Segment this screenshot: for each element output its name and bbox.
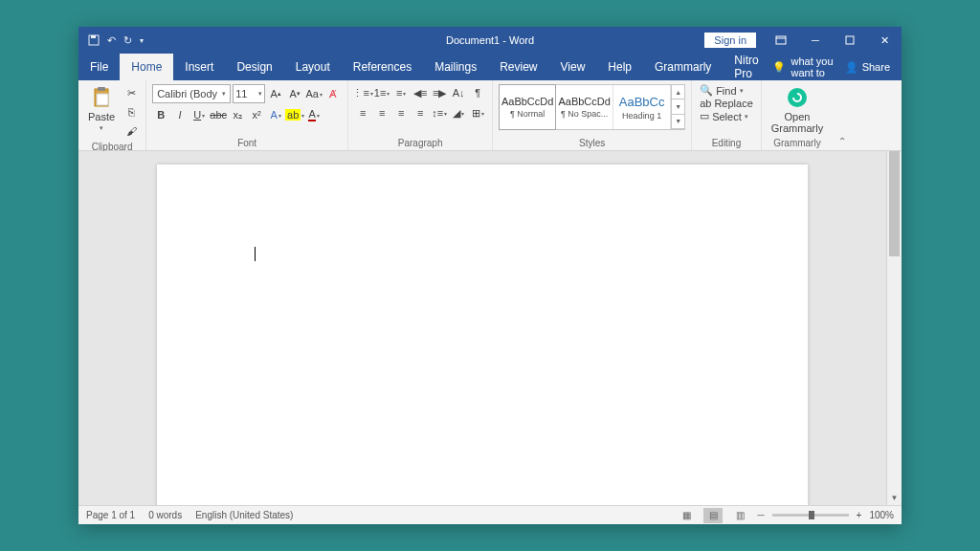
tab-design[interactable]: Design xyxy=(225,54,283,80)
group-paragraph: ⋮≡ 1≡ ≡ ◀≡ ≡▶ A↓ ¶ ≡ ≡ ≡ ≡ ↕≡ ◢ xyxy=(348,80,493,150)
font-color-button[interactable]: A xyxy=(305,106,323,123)
tab-grammarly[interactable]: Grammarly xyxy=(643,54,723,80)
tab-insert[interactable]: Insert xyxy=(173,54,225,80)
borders-button[interactable]: ⊞ xyxy=(469,104,486,121)
tab-view[interactable]: View xyxy=(549,54,597,80)
bold-button[interactable]: B xyxy=(152,106,169,123)
ribbon-display-icon[interactable] xyxy=(764,27,798,54)
search-icon: 🔍 xyxy=(700,84,713,97)
tab-review[interactable]: Review xyxy=(488,54,548,80)
font-name-combo[interactable]: Calibri (Body▾ xyxy=(152,84,231,103)
sort-button[interactable]: A↓ xyxy=(450,84,467,101)
tab-home[interactable]: Home xyxy=(120,54,173,80)
zoom-level[interactable]: 100% xyxy=(869,510,894,520)
subscript-button[interactable]: x₂ xyxy=(229,106,246,123)
page[interactable]: KuyhAa-me xyxy=(157,165,808,505)
font-group-label: Font xyxy=(152,136,342,150)
zoom-in-button[interactable]: + xyxy=(857,510,862,520)
italic-button[interactable]: I xyxy=(171,106,189,123)
align-center-button[interactable]: ≡ xyxy=(373,104,390,121)
paste-label: Paste xyxy=(88,111,115,122)
gallery-up-icon[interactable]: ▲ xyxy=(672,85,684,99)
zoom-out-button[interactable]: ─ xyxy=(757,510,764,520)
bullets-button[interactable]: ⋮≡ xyxy=(354,84,371,101)
gallery-more-icon[interactable]: ▼ xyxy=(672,115,684,129)
print-layout-button[interactable]: ▤ xyxy=(703,508,723,523)
show-marks-button[interactable]: ¶ xyxy=(469,84,486,101)
shading-button[interactable]: ◢ xyxy=(450,104,467,121)
text-effects-button[interactable]: A xyxy=(267,106,284,123)
find-button[interactable]: 🔍Find▾ xyxy=(698,84,755,97)
tab-references[interactable]: References xyxy=(342,54,423,80)
svg-point-8 xyxy=(788,88,807,107)
cut-button[interactable]: ✂ xyxy=(122,84,140,101)
tab-help[interactable]: Help xyxy=(596,54,643,80)
gallery-down-icon[interactable]: ▼ xyxy=(672,99,684,114)
tab-nitro-pro[interactable]: Nitro Pro xyxy=(723,54,771,80)
decrease-indent-button[interactable]: ◀≡ xyxy=(412,84,429,101)
page-count[interactable]: Page 1 of 1 xyxy=(86,510,135,520)
style-preview: AaBbCcDd xyxy=(558,96,610,107)
language-status[interactable]: English (United States) xyxy=(195,510,293,520)
align-left-button[interactable]: ≡ xyxy=(354,104,371,121)
strikethrough-button[interactable]: abc xyxy=(210,106,227,123)
font-name-value: Calibri (Body xyxy=(157,88,217,99)
editing-group-label: Editing xyxy=(698,136,755,150)
select-button[interactable]: ▭Select▾ xyxy=(698,110,755,122)
zoom-slider[interactable] xyxy=(772,514,849,517)
line-spacing-button[interactable]: ↕≡ xyxy=(431,104,448,121)
style-heading1[interactable]: AaBbCc Heading 1 xyxy=(613,85,671,129)
format-painter-button[interactable]: 🖌 xyxy=(122,122,140,140)
font-size-combo[interactable]: 11▾ xyxy=(233,84,265,103)
styles-group-label: Styles xyxy=(499,136,685,150)
undo-icon[interactable]: ↶ xyxy=(107,34,116,47)
increase-indent-button[interactable]: ≡▶ xyxy=(431,84,448,101)
justify-button[interactable]: ≡ xyxy=(412,104,429,121)
scroll-thumb[interactable] xyxy=(889,151,900,256)
share-button[interactable]: 👤 Share xyxy=(845,61,890,74)
copy-button[interactable]: ⎘ xyxy=(122,103,140,121)
word-count[interactable]: 0 words xyxy=(148,510,182,520)
shrink-font-button[interactable]: A▾ xyxy=(286,85,303,102)
grow-font-button[interactable]: A▴ xyxy=(267,85,284,102)
save-icon[interactable] xyxy=(88,34,100,46)
read-mode-button[interactable]: ▦ xyxy=(677,508,696,523)
change-case-button[interactable]: Aa xyxy=(305,85,323,102)
document-area: KuyhAa-me ▲ ▼ xyxy=(78,151,902,505)
paste-button[interactable]: Paste ▾ xyxy=(84,84,119,134)
replace-icon: ab xyxy=(700,98,711,109)
vertical-scrollbar[interactable]: ▲ ▼ xyxy=(886,151,902,505)
document-title: Document1 - Word xyxy=(446,34,534,46)
ribbon: Paste ▾ ✂ ⎘ 🖌 Clipboard Calibri (Body▾ 1… xyxy=(78,80,902,151)
ribbon-tabs: File Home Insert Design Layout Reference… xyxy=(78,54,902,80)
highlight-button[interactable]: ab xyxy=(286,106,303,123)
chevron-down-icon: ▾ xyxy=(100,124,103,132)
web-layout-button[interactable]: ▥ xyxy=(730,508,749,523)
style-no-spacing[interactable]: AaBbCcDd ¶ No Spac... xyxy=(556,85,613,129)
qat-customize-icon[interactable]: ▾ xyxy=(140,36,144,45)
align-right-button[interactable]: ≡ xyxy=(392,104,410,121)
numbering-button[interactable]: 1≡ xyxy=(373,84,390,101)
scroll-down-icon[interactable]: ▼ xyxy=(887,490,902,505)
clear-formatting-button[interactable]: A̸ xyxy=(324,85,342,102)
superscript-button[interactable]: x² xyxy=(248,106,265,123)
style-normal[interactable]: AaBbCcDd ¶ Normal xyxy=(499,84,556,130)
style-name: ¶ No Spac... xyxy=(561,109,608,119)
underline-button[interactable]: U xyxy=(190,106,208,123)
sign-in-button[interactable]: Sign in xyxy=(704,33,756,48)
tab-file[interactable]: File xyxy=(78,54,120,80)
share-label: Share xyxy=(862,61,890,73)
replace-button[interactable]: abReplace xyxy=(698,98,755,109)
tab-mailings[interactable]: Mailings xyxy=(423,54,488,80)
style-name: Heading 1 xyxy=(622,111,661,121)
minimize-button[interactable]: ─ xyxy=(798,27,833,54)
maximize-button[interactable] xyxy=(833,27,867,54)
svg-rect-7 xyxy=(97,94,108,105)
tab-layout[interactable]: Layout xyxy=(284,54,342,80)
open-grammarly-button[interactable]: Open Grammarly xyxy=(768,84,827,136)
multilevel-button[interactable]: ≡ xyxy=(392,84,410,101)
collapse-ribbon-icon[interactable]: ⌃ xyxy=(833,136,852,150)
close-button[interactable]: ✕ xyxy=(867,27,902,54)
redo-icon[interactable]: ↻ xyxy=(123,34,132,47)
group-grammarly: Open Grammarly Grammarly xyxy=(762,80,833,150)
